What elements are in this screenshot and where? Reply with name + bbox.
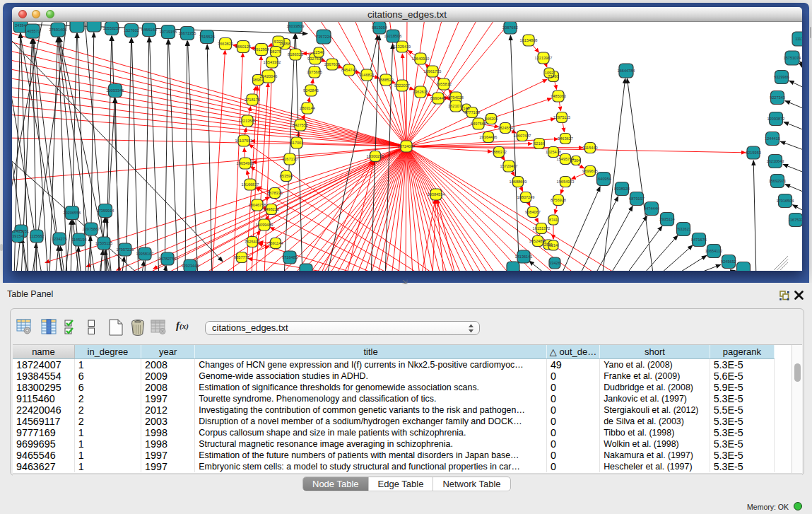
- svg-text:417001: 417001: [290, 141, 304, 145]
- svg-text:12546: 12546: [313, 50, 324, 54]
- svg-text:9777169: 9777169: [464, 110, 480, 115]
- svg-text:1145194: 1145194: [71, 238, 86, 242]
- svg-text:8741: 8741: [549, 218, 558, 222]
- svg-text:9329966: 9329966: [774, 75, 789, 79]
- svg-text:7886372: 7886372: [491, 150, 507, 154]
- svg-text:16107552: 16107552: [235, 139, 253, 143]
- svg-text:24394: 24394: [15, 23, 26, 28]
- svg-text:7955812: 7955812: [436, 82, 452, 86]
- svg-text:8215953: 8215953: [746, 151, 761, 155]
- svg-text:1025438: 1025438: [546, 150, 561, 154]
- svg-text:8471676: 8471676: [691, 238, 707, 242]
- svg-text:12505115: 12505115: [95, 241, 112, 245]
- svg-text:15720407: 15720407: [500, 164, 518, 168]
- svg-text:8912954: 8912954: [254, 47, 269, 52]
- svg-text:1117: 1117: [795, 37, 802, 41]
- svg-text:7304: 7304: [572, 158, 580, 163]
- svg-text:19166827: 19166827: [242, 182, 259, 187]
- svg-text:8660124: 8660124: [235, 45, 251, 49]
- svg-text:17016504: 17016504: [777, 199, 794, 203]
- svg-text:1405571: 1405571: [25, 29, 40, 33]
- svg-text:9227343: 9227343: [770, 95, 785, 100]
- svg-text:10688609: 10688609: [510, 180, 527, 184]
- svg-text:20364436: 20364436: [480, 135, 498, 139]
- svg-text:16644784: 16644784: [618, 69, 635, 73]
- svg-text:16154808: 16154808: [520, 38, 538, 42]
- svg-text:3824554: 3824554: [498, 126, 513, 130]
- svg-text:10654112: 10654112: [705, 249, 722, 253]
- svg-text:1621072: 1621072: [448, 104, 464, 108]
- svg-text:9242845: 9242845: [303, 88, 319, 93]
- svg-text:11325419: 11325419: [394, 45, 411, 49]
- svg-text:853594: 853594: [280, 174, 293, 178]
- svg-text:8186323: 8186323: [288, 52, 303, 57]
- svg-text:10719155: 10719155: [160, 30, 177, 34]
- svg-text:98961: 98961: [252, 78, 264, 82]
- svg-text:16151372: 16151372: [533, 226, 551, 230]
- svg-text:1588520: 1588520: [378, 78, 394, 82]
- svg-text:7625402: 7625402: [245, 240, 260, 244]
- svg-text:14136141: 14136141: [515, 255, 533, 259]
- svg-text:1640954: 1640954: [596, 177, 611, 181]
- svg-text:19384554: 19384554: [428, 192, 445, 197]
- svg-text:20206556: 20206556: [64, 211, 81, 215]
- svg-text:5322: 5322: [274, 40, 283, 44]
- svg-text:15751074: 15751074: [784, 56, 801, 60]
- svg-text:9857771: 9857771: [234, 255, 249, 259]
- svg-text:7663822: 7663822: [218, 42, 233, 46]
- svg-text:8678335: 8678335: [267, 191, 283, 195]
- svg-text:16033809: 16033809: [287, 24, 305, 28]
- svg-text:8990445: 8990445: [430, 96, 446, 100]
- svg-text:16210643: 16210643: [767, 159, 784, 163]
- svg-text:18724007: 18724007: [398, 144, 416, 148]
- svg-text:7485063: 7485063: [551, 94, 566, 98]
- svg-text:39154: 39154: [12, 234, 23, 238]
- svg-text:10607487: 10607487: [514, 134, 531, 138]
- svg-text:23975867: 23975867: [83, 227, 100, 231]
- svg-text:8938928: 8938928: [614, 187, 630, 191]
- svg-text:8813054: 8813054: [372, 25, 387, 30]
- svg-text:2718176: 2718176: [245, 98, 260, 102]
- svg-text:2803144: 2803144: [300, 106, 315, 110]
- svg-text:8427552: 8427552: [293, 123, 308, 127]
- svg-text:18300295: 18300295: [367, 154, 384, 158]
- svg-text:9474444: 9474444: [644, 206, 659, 211]
- svg-text:62166: 62166: [534, 141, 545, 146]
- svg-text:2435051: 2435051: [13, 229, 29, 233]
- svg-text:9084067: 9084067: [525, 210, 541, 214]
- svg-text:1092: 1092: [545, 71, 553, 75]
- svg-text:846206: 846206: [485, 117, 498, 121]
- svg-text:6466160: 6466160: [141, 28, 157, 32]
- svg-text:9115440: 9115440: [582, 146, 597, 150]
- svg-text:12213589: 12213589: [239, 119, 257, 123]
- svg-text:2087682: 2087682: [502, 25, 518, 30]
- svg-text:5322037: 5322037: [394, 83, 410, 88]
- svg-text:9463627: 9463627: [558, 136, 573, 141]
- svg-text:1115682: 1115682: [30, 234, 45, 238]
- svg-text:8454749: 8454749: [341, 68, 357, 72]
- svg-text:2367608: 2367608: [324, 62, 340, 66]
- svg-text:9716485: 9716485: [282, 255, 298, 259]
- svg-text:6879197: 6879197: [629, 197, 645, 201]
- svg-text:7632621: 7632621: [676, 227, 691, 231]
- svg-text:18807249: 18807249: [517, 195, 535, 199]
- svg-text:19958107: 19958107: [136, 252, 154, 256]
- svg-text:9699695: 9699695: [582, 169, 598, 173]
- svg-text:15692971: 15692971: [769, 179, 787, 183]
- svg-text:12213967: 12213967: [535, 56, 553, 60]
- svg-text:19654923: 19654923: [557, 180, 575, 184]
- svg-text:16543382: 16543382: [264, 60, 281, 64]
- svg-text:9327508: 9327508: [307, 57, 323, 61]
- svg-text:16671355: 16671355: [179, 31, 196, 35]
- svg-text:1362615: 1362615: [413, 90, 428, 94]
- svg-text:19654983: 19654983: [237, 161, 254, 165]
- svg-text:9146821: 9146821: [359, 73, 375, 77]
- svg-text:7515526: 7515526: [199, 35, 215, 39]
- svg-text:3267130: 3267130: [282, 157, 298, 161]
- svg-text:12975115: 12975115: [553, 115, 570, 119]
- svg-text:6497568: 6497568: [471, 122, 486, 126]
- svg-text:20053346: 20053346: [107, 88, 124, 93]
- svg-text:1527602: 1527602: [124, 28, 139, 33]
- svg-text:17957225: 17957225: [117, 247, 134, 252]
- svg-text:1167533: 1167533: [788, 218, 802, 222]
